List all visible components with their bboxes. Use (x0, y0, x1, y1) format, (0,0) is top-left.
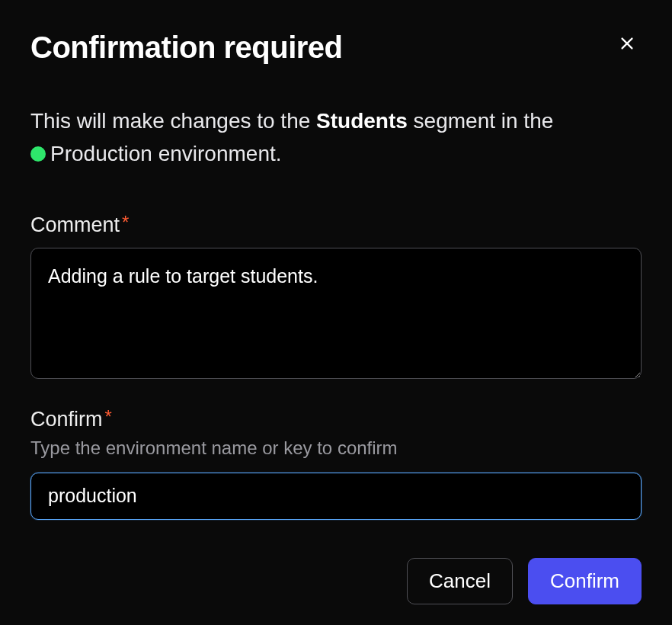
comment-field-group: Comment* (30, 213, 642, 382)
segment-name: Students (316, 109, 408, 133)
comment-textarea[interactable] (30, 248, 642, 379)
description-segment-suffix: segment in the (408, 109, 553, 133)
close-button[interactable] (616, 32, 638, 57)
environment-name: Production (50, 142, 152, 165)
modal-footer: Cancel Confirm (30, 558, 642, 604)
comment-label: Comment* (30, 213, 129, 237)
confirm-input[interactable] (30, 473, 642, 520)
confirm-button[interactable]: Confirm (528, 558, 642, 604)
modal-title: Confirmation required (30, 30, 343, 65)
confirm-label: Confirm* (30, 408, 112, 431)
cancel-button[interactable]: Cancel (407, 558, 513, 604)
confirm-label-text: Confirm (30, 408, 103, 431)
environment-status-dot (30, 146, 46, 162)
description-env-suffix: environment. (152, 142, 282, 165)
required-indicator: * (105, 406, 112, 428)
modal-header: Confirmation required (30, 30, 642, 65)
comment-label-text: Comment (30, 213, 120, 237)
close-icon (619, 35, 635, 54)
modal-description: This will make changes to the Students s… (30, 104, 642, 171)
confirm-hint: Type the environment name or key to conf… (30, 438, 642, 459)
confirmation-modal: Confirmation required This will make cha… (0, 0, 672, 625)
confirm-field-group: Confirm* Type the environment name or ke… (30, 408, 642, 520)
description-prefix: This will make changes to the (30, 109, 316, 133)
required-indicator: * (122, 212, 129, 233)
